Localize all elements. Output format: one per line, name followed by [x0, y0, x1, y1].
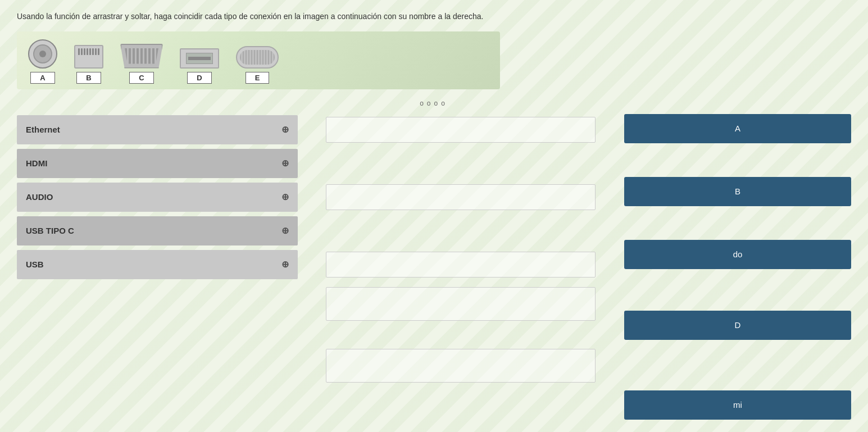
- label-row-hdmi: HDMI ⊕: [17, 148, 320, 179]
- connector-a-label: A: [30, 72, 54, 84]
- label-hdmi-text: HDMI: [26, 158, 47, 168]
- usb-c-icon: [236, 46, 279, 69]
- hdmi-icon: [120, 44, 163, 69]
- label-audio-text: AUDIO: [26, 192, 53, 202]
- move-icon-usb[interactable]: ⊕: [281, 259, 289, 270]
- move-icon-audio[interactable]: ⊕: [281, 192, 289, 202]
- answers-column: A B do D mi: [615, 114, 851, 422]
- dropzone-row-4: [326, 215, 610, 247]
- dropzone-row-3: [326, 181, 610, 213]
- dropzones-column: [320, 114, 615, 422]
- answer-spacer-2: [624, 208, 851, 240]
- dropzone-1[interactable]: [326, 117, 596, 143]
- audio-jack-icon: [28, 39, 57, 69]
- dropzone-row-5: [326, 249, 610, 280]
- connector-e-label: E: [246, 72, 270, 84]
- label-usb[interactable]: USB ⊕: [17, 250, 298, 279]
- connector-a-item: A: [28, 39, 57, 84]
- connector-d-item: D: [180, 48, 219, 84]
- page-container: Usando la función de arrastrar y soltar,…: [0, 0, 868, 432]
- label-row-audio: AUDIO ⊕: [17, 181, 320, 213]
- dots-text: oooo: [420, 99, 448, 107]
- connector-strip: A B C: [17, 31, 500, 89]
- ethernet-icon: [74, 45, 103, 69]
- answer-btn-mi[interactable]: mi: [624, 390, 851, 420]
- label-row-usb: USB ⊕: [17, 249, 320, 280]
- dropzone-3[interactable]: [326, 184, 596, 210]
- dots-separator: oooo: [17, 99, 851, 107]
- label-row-ethernet: Ethernet ⊕: [17, 114, 320, 145]
- label-ethernet-text: Ethernet: [26, 125, 60, 134]
- label-usb-tipo-c[interactable]: USB TIPO C ⊕: [17, 216, 298, 245]
- move-icon-hdmi[interactable]: ⊕: [281, 158, 289, 169]
- answer-a-label: A: [735, 124, 740, 133]
- label-usb-text: USB: [26, 260, 44, 269]
- connector-c-label: C: [129, 72, 153, 84]
- answer-mi-label: mi: [733, 400, 742, 410]
- content-area: Usando la función de arrastrar y soltar,…: [17, 11, 851, 422]
- dropzone-extra-2[interactable]: [326, 349, 596, 383]
- answer-b-label: B: [735, 187, 740, 196]
- dropzone-5[interactable]: [326, 252, 596, 278]
- answer-btn-do[interactable]: do: [624, 240, 851, 269]
- answer-btn-a[interactable]: A: [624, 114, 851, 143]
- dropzone-extra-1[interactable]: [326, 287, 596, 321]
- label-hdmi[interactable]: HDMI ⊕: [17, 149, 298, 178]
- answer-d-label: D: [735, 320, 741, 330]
- labels-column: Ethernet ⊕ HDMI ⊕ AUDIO ⊕: [17, 114, 320, 422]
- connector-b-label: B: [76, 72, 101, 84]
- instruction-text: Usando la función de arrastrar y soltar,…: [17, 11, 851, 22]
- connector-d-label: D: [187, 72, 211, 84]
- label-usb-tipo-c-text: USB TIPO C: [26, 226, 74, 235]
- matching-area: Ethernet ⊕ HDMI ⊕ AUDIO ⊕: [17, 114, 851, 422]
- move-icon-usb-tipo-c[interactable]: ⊕: [281, 225, 289, 236]
- label-row-usb-tipo-c: USB TIPO C ⊕: [17, 215, 320, 247]
- connector-c-item: C: [120, 44, 163, 84]
- move-icon-ethernet[interactable]: ⊕: [281, 124, 289, 135]
- answer-btn-d[interactable]: D: [624, 311, 851, 340]
- answer-do-label: do: [733, 249, 743, 259]
- answer-spacer-1: [624, 145, 851, 177]
- dropzone-row-1: [326, 114, 610, 145]
- dropzone-row-2: [326, 148, 610, 179]
- usb-a-icon: [180, 48, 219, 69]
- connector-e-item: E: [236, 46, 279, 84]
- connector-b-item: B: [74, 45, 103, 84]
- label-ethernet[interactable]: Ethernet ⊕: [17, 115, 298, 144]
- answer-btn-b[interactable]: B: [624, 177, 851, 206]
- extra-dropzones: [326, 287, 610, 383]
- label-audio[interactable]: AUDIO ⊕: [17, 183, 298, 212]
